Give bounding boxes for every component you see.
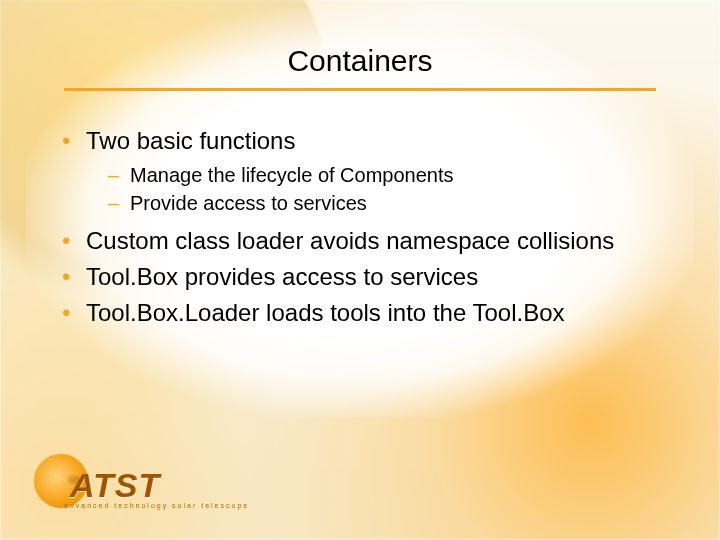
bullet-text: Tool.Box provides access to services: [86, 263, 478, 290]
sub-bullet-list: Manage the lifecycle of Components Provi…: [86, 162, 660, 216]
slide-title: Containers: [60, 44, 660, 88]
bullet-item: Two basic functions Manage the lifecycle…: [60, 126, 660, 216]
sub-bullet-item: Manage the lifecycle of Components: [86, 162, 660, 188]
bullet-item: Tool.Box provides access to services: [60, 262, 660, 292]
title-underline: [64, 88, 656, 91]
bullet-list: Two basic functions Manage the lifecycle…: [60, 126, 660, 328]
bullet-item: Custom class loader avoids namespace col…: [60, 226, 660, 256]
bullet-text: Tool.Box.Loader loads tools into the Too…: [86, 299, 565, 326]
sub-bullet-item: Provide access to services: [86, 190, 660, 216]
title-area: Containers: [60, 44, 660, 91]
bullet-item: Tool.Box.Loader loads tools into the Too…: [60, 298, 660, 328]
logo-acronym: ATST: [70, 466, 160, 505]
sub-bullet-text: Provide access to services: [130, 192, 367, 214]
bullet-text: Two basic functions: [86, 127, 295, 154]
body-area: Two basic functions Manage the lifecycle…: [60, 126, 660, 334]
bullet-text: Custom class loader avoids namespace col…: [86, 227, 614, 254]
sub-bullet-text: Manage the lifecycle of Components: [130, 164, 454, 186]
logo-subtitle: advanced technology solar telescope: [64, 502, 249, 509]
atst-logo: ATST advanced technology solar telescope: [34, 460, 234, 520]
